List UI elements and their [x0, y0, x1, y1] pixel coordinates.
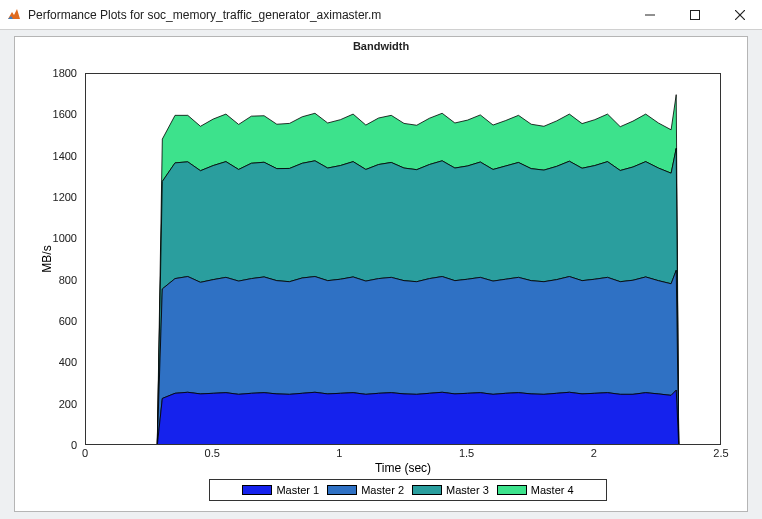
y-axis-label: MB/s — [33, 73, 60, 445]
x-tick-label: 0.5 — [205, 447, 220, 459]
y-tick-label: 1600 — [17, 108, 77, 120]
y-tick-label: 1800 — [17, 67, 77, 79]
legend-item: Master 1 — [242, 484, 319, 496]
legend-label: Master 3 — [446, 484, 489, 496]
y-tick-label: 800 — [17, 274, 77, 286]
y-tick-label: 1000 — [17, 232, 77, 244]
plot-panel: Bandwidth MB/s Time (sec) 02004006008001… — [14, 36, 748, 512]
x-tick-label: 2 — [591, 447, 597, 459]
y-tick-label: 1400 — [17, 150, 77, 162]
legend-swatch — [327, 485, 357, 495]
x-tick-label: 1 — [336, 447, 342, 459]
y-tick-label: 0 — [17, 439, 77, 451]
x-tick-label: 2.5 — [713, 447, 728, 459]
legend-label: Master 4 — [531, 484, 574, 496]
legend-label: Master 2 — [361, 484, 404, 496]
legend-swatch — [412, 485, 442, 495]
x-tick-label: 0 — [82, 447, 88, 459]
stacked-area — [86, 74, 721, 445]
x-tick-label: 1.5 — [459, 447, 474, 459]
legend[interactable]: Master 1 Master 2 Master 3 Master 4 — [209, 479, 607, 501]
x-axis-label: Time (sec) — [85, 461, 721, 475]
close-button[interactable] — [717, 0, 762, 30]
legend-item: Master 2 — [327, 484, 404, 496]
maximize-button[interactable] — [672, 0, 717, 30]
legend-swatch — [242, 485, 272, 495]
y-tick-label: 400 — [17, 356, 77, 368]
chart-title: Bandwidth — [15, 40, 747, 52]
y-tick-label: 600 — [17, 315, 77, 327]
legend-item: Master 4 — [497, 484, 574, 496]
area-series — [86, 390, 679, 445]
legend-label: Master 1 — [276, 484, 319, 496]
svg-rect-1 — [690, 10, 699, 19]
axes[interactable] — [85, 73, 721, 445]
minimize-button[interactable] — [627, 0, 672, 30]
y-tick-label: 1200 — [17, 191, 77, 203]
window-title: Performance Plots for soc_memory_traffic… — [28, 8, 627, 22]
legend-item: Master 3 — [412, 484, 489, 496]
matlab-icon — [6, 7, 22, 23]
figure-area: Bandwidth MB/s Time (sec) 02004006008001… — [0, 30, 762, 519]
title-bar: Performance Plots for soc_memory_traffic… — [0, 0, 762, 30]
y-tick-label: 200 — [17, 398, 77, 410]
legend-swatch — [497, 485, 527, 495]
window-controls — [627, 0, 762, 30]
